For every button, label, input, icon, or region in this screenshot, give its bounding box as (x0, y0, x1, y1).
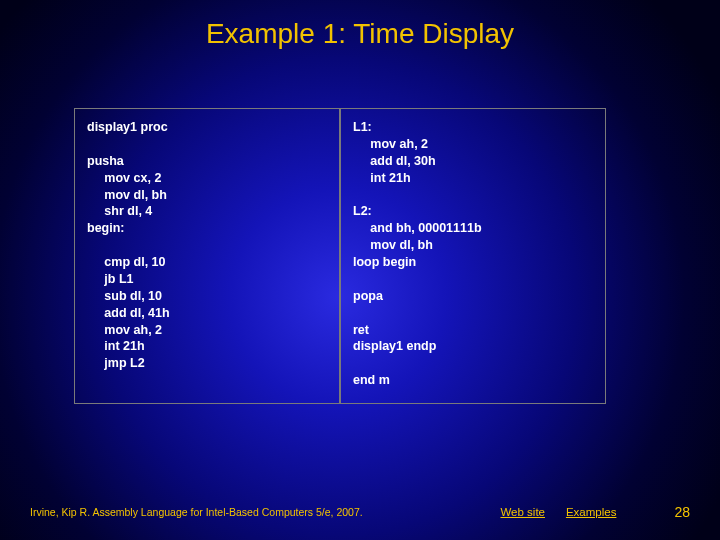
code-left: display1 proc pusha mov cx, 2 mov dl, bh… (74, 108, 340, 404)
code-right: L1: mov ah, 2 add dl, 30h int 21h L2: an… (340, 108, 606, 404)
code-columns: display1 proc pusha mov cx, 2 mov dl, bh… (74, 108, 606, 404)
footer-author: Irvine, Kip R. Assembly Language for Int… (30, 506, 470, 518)
link-web-site[interactable]: Web site (500, 506, 545, 518)
footer-links: Web site Examples (500, 506, 634, 518)
slide-title: Example 1: Time Display (0, 0, 720, 50)
link-examples[interactable]: Examples (566, 506, 617, 518)
footer: Irvine, Kip R. Assembly Language for Int… (30, 504, 690, 520)
slide: Example 1: Time Display display1 proc pu… (0, 0, 720, 540)
page-number: 28 (674, 504, 690, 520)
